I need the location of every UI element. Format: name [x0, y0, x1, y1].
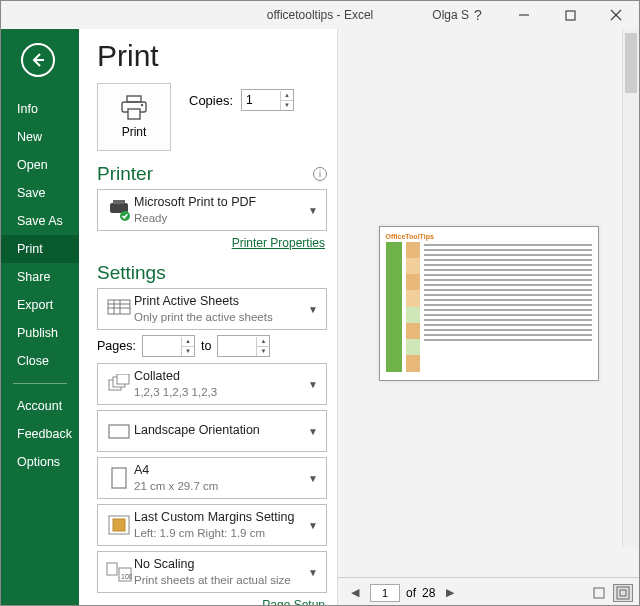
chevron-down-icon: ▼ [306, 567, 320, 578]
preview-doc-title: OfficeToolTips [386, 233, 592, 240]
margins-main: Last Custom Margins Setting [134, 510, 306, 526]
printer-heading: Printer [97, 163, 153, 185]
svg-rect-19 [117, 374, 129, 384]
svg-rect-27 [594, 588, 604, 598]
close-button[interactable] [593, 1, 639, 29]
print-what-main: Print Active Sheets [134, 294, 306, 310]
page-of-label: of [406, 586, 416, 600]
copies-input[interactable] [242, 90, 280, 110]
zoom-to-page-button[interactable] [613, 584, 633, 602]
back-button[interactable] [21, 43, 55, 77]
backstage-sidebar: Info New Open Save Save As Print Share E… [1, 29, 79, 606]
orientation-selector[interactable]: Landscape Orientation ▼ [97, 410, 327, 452]
sidebar-item-share[interactable]: Share [1, 263, 79, 291]
svg-rect-12 [108, 300, 130, 314]
svg-rect-29 [620, 590, 626, 596]
preview-scrollbar[interactable] [622, 29, 639, 547]
sidebar-item-options[interactable]: Options [1, 448, 79, 476]
minimize-button[interactable] [501, 1, 547, 29]
svg-rect-1 [566, 11, 575, 20]
scaling-main: No Scaling [134, 557, 306, 573]
chevron-down-icon: ▼ [306, 205, 320, 216]
sidebar-item-close[interactable]: Close [1, 347, 79, 375]
printer-selector[interactable]: Microsoft Print to PDF Ready ▼ [97, 189, 327, 231]
paper-sub: 21 cm x 29.7 cm [134, 479, 306, 493]
pages-to-label: to [201, 339, 211, 353]
preview-page: OfficeToolTips [379, 226, 599, 381]
chevron-down-icon: ▼ [306, 304, 320, 315]
print-what-sub: Only print the active sheets [134, 310, 306, 324]
copies-spinner[interactable]: ▲▼ [241, 89, 294, 111]
paper-icon [104, 467, 134, 489]
chevron-down-icon: ▼ [306, 379, 320, 390]
sidebar-item-save[interactable]: Save [1, 179, 79, 207]
total-pages: 28 [422, 586, 435, 600]
collate-main: Collated [134, 369, 306, 385]
svg-rect-10 [113, 200, 125, 204]
sheets-icon [104, 299, 134, 319]
print-preview-area: OfficeToolTips [338, 29, 639, 577]
margins-sub: Left: 1.9 cm Right: 1.9 cm [134, 526, 306, 540]
collate-selector[interactable]: Collated 1,2,3 1,2,3 1,2,3 ▼ [97, 363, 327, 405]
orientation-main: Landscape Orientation [134, 423, 306, 439]
print-button[interactable]: Print [97, 83, 171, 151]
scaling-sub: Print sheets at their actual size [134, 573, 306, 587]
sidebar-item-feedback[interactable]: Feedback [1, 420, 79, 448]
scaling-icon: 100 [104, 562, 134, 582]
sidebar-item-saveas[interactable]: Save As [1, 207, 79, 235]
next-page-button[interactable]: ▶ [441, 584, 459, 602]
sidebar-item-new[interactable]: New [1, 123, 79, 151]
help-button[interactable]: ? [455, 1, 501, 29]
paper-main: A4 [134, 463, 306, 479]
sidebar-item-print[interactable]: Print [1, 235, 79, 263]
pages-from-spinner[interactable]: ▲▼ [142, 335, 195, 357]
window-title: officetooltips - Excel [267, 8, 374, 22]
orientation-icon [104, 422, 134, 440]
sidebar-separator [13, 383, 67, 384]
collate-icon [104, 374, 134, 394]
printer-name: Microsoft Print to PDF [134, 195, 306, 211]
svg-rect-21 [112, 468, 126, 488]
scaling-selector[interactable]: 100 No Scaling Print sheets at their act… [97, 551, 327, 593]
margins-icon [104, 515, 134, 535]
print-button-label: Print [122, 125, 147, 139]
paper-selector[interactable]: A4 21 cm x 29.7 cm ▼ [97, 457, 327, 499]
svg-rect-7 [128, 109, 140, 119]
page-title: Print [97, 39, 327, 73]
print-what-selector[interactable]: Print Active Sheets Only print the activ… [97, 288, 327, 330]
sidebar-item-export[interactable]: Export [1, 291, 79, 319]
prev-page-button[interactable]: ◀ [346, 584, 364, 602]
chevron-down-icon: ▼ [306, 426, 320, 437]
svg-point-8 [141, 104, 143, 106]
printer-icon [119, 95, 149, 121]
collate-sub: 1,2,3 1,2,3 1,2,3 [134, 385, 306, 399]
sidebar-item-publish[interactable]: Publish [1, 319, 79, 347]
printer-status: Ready [134, 211, 306, 225]
settings-heading: Settings [97, 262, 166, 284]
svg-rect-20 [109, 425, 129, 438]
printer-status-icon [104, 199, 134, 221]
maximize-button[interactable] [547, 1, 593, 29]
svg-rect-28 [617, 587, 629, 599]
pages-from-input[interactable] [143, 336, 181, 356]
printer-properties-link[interactable]: Printer Properties [232, 236, 325, 250]
pages-label: Pages: [97, 339, 136, 353]
chevron-down-icon: ▼ [306, 520, 320, 531]
svg-text:100: 100 [121, 573, 132, 580]
page-setup-link[interactable]: Page Setup [262, 598, 325, 606]
current-page-input[interactable] [370, 584, 400, 602]
pages-to-spinner[interactable]: ▲▼ [217, 335, 270, 357]
svg-rect-24 [107, 563, 117, 575]
copies-label: Copies: [189, 93, 233, 108]
margins-selector[interactable]: Last Custom Margins Setting Left: 1.9 cm… [97, 504, 327, 546]
pages-to-input[interactable] [218, 336, 256, 356]
show-margins-button[interactable] [589, 584, 609, 602]
sidebar-item-account[interactable]: Account [1, 392, 79, 420]
svg-rect-23 [113, 519, 125, 531]
sidebar-item-open[interactable]: Open [1, 151, 79, 179]
printer-info-icon[interactable]: i [313, 167, 327, 181]
sidebar-item-info[interactable]: Info [1, 95, 79, 123]
svg-rect-5 [127, 96, 141, 102]
chevron-down-icon: ▼ [306, 473, 320, 484]
